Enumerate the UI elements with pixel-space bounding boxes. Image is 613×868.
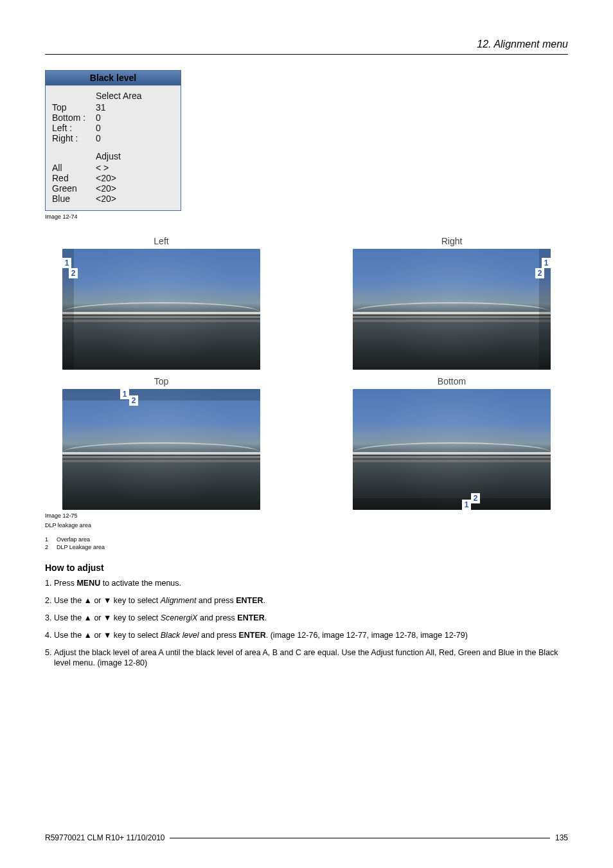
osd-row-top: Top 31 — [52, 102, 174, 113]
footer-line — [170, 838, 549, 838]
osd-black-level: Black level Select Area Top 31 Bottom : … — [45, 70, 181, 211]
osd-adj-value: < > — [96, 163, 109, 173]
footer-left: R59770021 CLM R10+ 11/10/2010 — [45, 833, 164, 842]
thumb-label-top: Top — [154, 376, 169, 386]
step-4: Use the ▲ or ▼ key to select Black level… — [54, 630, 568, 641]
thumb-bottom: 1 2 — [353, 389, 551, 510]
osd-row-blue: Blue <20> — [52, 194, 174, 204]
step-1: Press MENU to activate the menus. — [54, 578, 568, 589]
step-2: Use the ▲ or ▼ key to select Alignment a… — [54, 595, 568, 606]
osd-select-area-label: Select Area — [96, 91, 174, 101]
osd-row-label: Right : — [52, 133, 96, 143]
osd-row-left: Left : 0 — [52, 123, 174, 133]
osd-adj-label: Green — [52, 183, 96, 194]
howto-steps: Press MENU to activate the menus. Use th… — [54, 578, 568, 669]
osd-row-bottom: Bottom : 0 — [52, 113, 174, 123]
thumb-tag-1: 1 — [120, 389, 129, 399]
osd-row-label: Bottom : — [52, 113, 96, 123]
legend: 1Overlap area 2DLP Leakage area — [45, 536, 568, 551]
osd-adj-label: Red — [52, 173, 96, 183]
thumb-tag-2: 2 — [471, 493, 480, 503]
thumb-right: 1 2 — [353, 249, 551, 370]
osd-adj-value: <20> — [96, 183, 116, 194]
step-5: Adjust the black level of area A until t… — [54, 647, 568, 669]
osd-adj-label: All — [52, 163, 96, 173]
legend-text-2: DLP Leakage area — [57, 544, 105, 550]
osd-row-label: Left : — [52, 123, 96, 133]
header-rule — [45, 54, 568, 55]
thumb-left: 1 2 — [62, 249, 260, 370]
thumb-tag-2: 2 — [69, 268, 78, 278]
osd-adj-value: <20> — [96, 194, 116, 204]
howto-heading: How to adjust — [45, 563, 568, 573]
osd-adj-label: Blue — [52, 194, 96, 204]
thumbnail-grid: Left 1 2 Right 1 2 Top 1 2 — [45, 236, 568, 510]
osd-row-value: 0 — [96, 123, 101, 133]
osd-title: Black level — [46, 71, 181, 86]
legend-num-1: 1 — [45, 536, 57, 543]
thumb-tag-2: 2 — [535, 268, 544, 278]
osd-row-value: 0 — [96, 113, 101, 123]
legend-num-2: 2 — [45, 543, 57, 551]
osd-row-green: Green <20> — [52, 183, 174, 194]
osd-row-value: 0 — [96, 133, 101, 143]
thumb-tag-2: 2 — [129, 395, 138, 406]
page-footer: R59770021 CLM R10+ 11/10/2010 135 — [45, 833, 568, 842]
thumb-label-right: Right — [441, 236, 463, 246]
thumb-top: 1 2 — [62, 389, 260, 510]
thumb-label-bottom: Bottom — [438, 376, 466, 386]
step-3: Use the ▲ or ▼ key to select ScenergiX a… — [54, 613, 568, 624]
osd-row-red: Red <20> — [52, 173, 174, 183]
osd-adjust-label: Adjust — [96, 151, 174, 161]
thumb-tag-1: 1 — [62, 258, 71, 268]
chapter-header: 12. Alignment menu — [45, 39, 568, 50]
osd-row-right: Right : 0 — [52, 133, 174, 143]
osd-adj-value: <20> — [96, 173, 116, 183]
grid-caption-2: DLP leakage area — [45, 522, 568, 529]
thumb-tag-1: 1 — [542, 258, 551, 268]
footer-page-number: 135 — [555, 833, 568, 842]
grid-caption-1: Image 12-75 — [45, 512, 568, 520]
osd-caption: Image 12-74 — [45, 213, 568, 221]
osd-row-all: All < > — [52, 163, 174, 173]
thumb-label-left: Left — [154, 236, 168, 246]
thumb-tag-1: 1 — [462, 500, 471, 510]
osd-row-label: Top — [52, 102, 96, 113]
legend-text-1: Overlap area — [57, 536, 90, 543]
osd-row-value: 31 — [96, 102, 106, 113]
